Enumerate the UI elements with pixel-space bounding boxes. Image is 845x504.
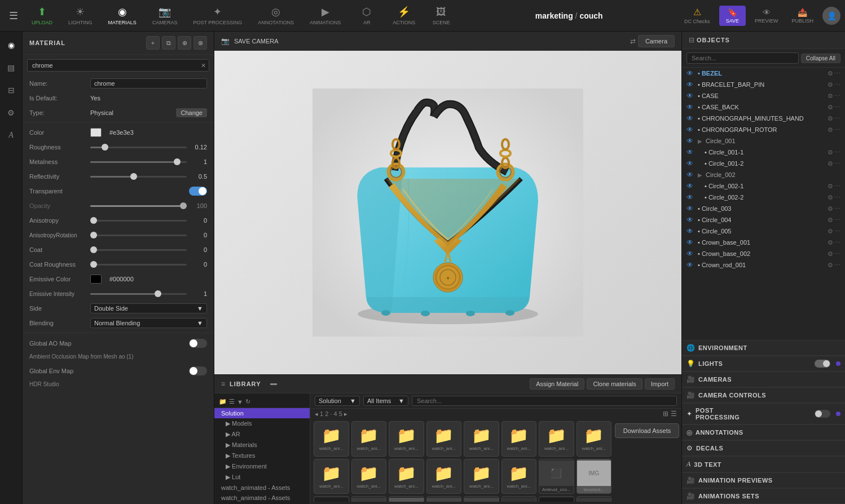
obj-item-crown-rod-001[interactable]: 👁 • Crown_rod_001 ⚙ ⋯ (682, 259, 845, 271)
name-input[interactable] (90, 78, 207, 89)
paste-material-button[interactable]: ⊗ (193, 36, 207, 50)
nav-materials[interactable]: ◉ MATERIALS (102, 2, 143, 29)
obj-more-icon[interactable]: ⋯ (834, 216, 840, 224)
transparent-toggle[interactable] (189, 187, 207, 196)
publish-button[interactable]: 📤 PUBLISH (787, 6, 818, 26)
anisotropy-thumb[interactable] (90, 217, 97, 224)
grid-item-7[interactable]: 📁watch_ani... (539, 421, 574, 457)
obj-item-circle001-1[interactable]: 👁 • Circle_001-1 ⚙ ⋯ (682, 147, 845, 158)
icon-bar-text[interactable]: A (2, 126, 20, 144)
obj-item-circle003[interactable]: 👁 • Circle_003 ⚙ ⋯ (682, 203, 845, 214)
obj-item-bracelet[interactable]: 👁 • BRACELET_BAR_PIN ⚙ ⋯ (682, 79, 845, 90)
obj-more-icon[interactable]: ⋯ (834, 104, 840, 111)
nav-scene[interactable]: 🖼 SCENE (424, 3, 458, 29)
assign-material-button[interactable]: Assign Material (530, 378, 584, 390)
tree-item-solution[interactable]: Solution (214, 408, 310, 418)
reflectivity-thumb[interactable] (130, 173, 137, 180)
nav-upload[interactable]: ⬆ UPLOAD (25, 2, 59, 29)
refresh-icon[interactable]: ↻ (245, 398, 250, 405)
obj-item-bezel[interactable]: 👁 • BEZEL ⚙ ⋯ (682, 68, 845, 79)
obj-more-icon[interactable]: ⋯ (834, 81, 840, 89)
grid-item-15[interactable]: ⬛ Antirust_cco... (539, 459, 574, 494)
save-button[interactable]: 🔖 SAVE (719, 6, 746, 26)
obj-more-icon[interactable]: ⋯ (834, 183, 840, 190)
obj-item-circle005[interactable]: 👁 • Circle_005 ⚙ ⋯ (682, 226, 845, 237)
grid-item-11[interactable]: 📁watch_ani... (389, 459, 424, 494)
obj-more-icon[interactable]: ⋯ (834, 70, 840, 77)
list-view-button[interactable]: ☰ (671, 410, 677, 418)
obj-item-circle004[interactable]: 👁 • Circle_004 ⚙ ⋯ (682, 214, 845, 226)
menu-button[interactable]: ☰ (5, 5, 23, 26)
section-cameras[interactable]: 🎥 CAMERAS (682, 372, 845, 387)
nav-annotations[interactable]: ◎ ANNOTATIONS (251, 2, 301, 29)
nav-post-processing[interactable]: ✦ POST PROCESSING (186, 2, 249, 29)
icon-bar-stack[interactable]: ⊟ (2, 81, 20, 99)
nav-ar[interactable]: ⬡ AR (350, 2, 384, 29)
camera-dropdown-button[interactable]: Camera (638, 35, 675, 47)
obj-more-icon[interactable]: ⋯ (834, 115, 840, 122)
icon-bar-settings[interactable]: ⚙ (2, 104, 20, 122)
metalness-thumb[interactable] (174, 158, 181, 165)
obj-more-icon[interactable]: ⋯ (834, 262, 840, 269)
obj-settings-icon[interactable]: ⚙ (828, 126, 833, 134)
viewport-canvas[interactable]: ✦ (214, 51, 681, 374)
duplicate-material-button[interactable]: ⧉ (162, 36, 175, 50)
coat-thumb[interactable] (90, 246, 97, 253)
grid-item-8[interactable]: 📁watch_ani... (576, 421, 612, 457)
tree-item-ar[interactable]: ▶ AR (214, 429, 310, 440)
obj-settings-icon[interactable]: ⚙ (828, 205, 833, 213)
obj-item-circle001[interactable]: 👁 ▶ Circle_001 (682, 135, 845, 147)
obj-more-icon[interactable]: ⋯ (834, 92, 840, 100)
obj-item-circle002-1[interactable]: 👁 • Circle_002-1 ⚙ ⋯ (682, 180, 845, 192)
obj-item-case[interactable]: 👁 • CASE ⚙ ⋯ (682, 90, 845, 101)
obj-settings-icon[interactable]: ⚙ (828, 115, 833, 122)
tree-item-models[interactable]: ▶ Models (214, 418, 310, 429)
obj-item-crown-base-001[interactable]: 👁 • Crown_base_001 ⚙ ⋯ (682, 237, 845, 248)
grid-item-12[interactable]: 📁watch_ani... (426, 459, 462, 494)
clone-materials-button[interactable]: Clone materials (587, 378, 642, 390)
grid-item-9[interactable]: 📁watch_ani... (314, 459, 349, 494)
copy-material-button[interactable]: ⊕ (178, 36, 191, 50)
all-items-select[interactable]: All Items▼ (363, 396, 408, 406)
global-env-map-toggle[interactable] (189, 366, 207, 375)
obj-more-icon[interactable]: ⋯ (834, 194, 840, 201)
obj-settings-icon[interactable]: ⚙ (828, 194, 833, 201)
minimize-icon[interactable] (270, 383, 277, 385)
tree-item-textures[interactable]: ▶ Textures (214, 450, 310, 461)
grid-item-18[interactable]: Brushed_st... (351, 496, 387, 502)
preview-button[interactable]: 👁 PREVIEW (750, 6, 783, 26)
obj-more-icon[interactable]: ⋯ (834, 160, 840, 167)
obj-item-case-back[interactable]: 👁 • CASE_BACK ⚙ ⋯ (682, 101, 845, 113)
import-button[interactable]: Import (645, 378, 675, 390)
grid-item-24[interactable]: decar... (576, 496, 612, 502)
grid-item-19[interactable]: chrome... (389, 496, 424, 502)
anisotropy-rotation-thumb[interactable] (90, 232, 97, 238)
icon-bar-layers[interactable]: ▤ (2, 59, 20, 77)
nav-animations[interactable]: ▶ ANIMATIONS (303, 2, 347, 29)
folder-icon[interactable]: 📁 (219, 398, 227, 405)
obj-settings-icon[interactable]: ⚙ (828, 70, 833, 77)
lights-toggle[interactable] (815, 360, 830, 368)
obj-item-circle002[interactable]: 👁 ▶ Circle_002 (682, 169, 845, 180)
obj-settings-icon[interactable]: ⚙ (828, 92, 833, 100)
obj-item-crown-base-002[interactable]: 👁 • Crown_base_002 ⚙ ⋯ (682, 248, 845, 259)
objects-search-input[interactable] (686, 52, 799, 64)
grid-item-5[interactable]: 📁watch_ani... (464, 421, 499, 457)
add-material-button[interactable]: + (146, 36, 160, 50)
obj-item-chrono-rotor[interactable]: 👁 • CHRONOGRAPH_ROTOR ⚙ ⋯ (682, 124, 845, 135)
grid-item-21[interactable]: chrome-cro... (464, 496, 499, 502)
grid-item-22[interactable]: chrome_bla... (501, 496, 537, 502)
color-swatch[interactable] (90, 128, 102, 137)
grid-item-17[interactable]: brushed_bl... (314, 496, 349, 502)
section-3d-text[interactable]: A 3D TEXT (682, 456, 845, 472)
obj-settings-icon[interactable]: ⚙ (828, 149, 833, 156)
icon-bar-face[interactable]: ◉ (2, 36, 20, 54)
dc-checks-button[interactable]: ⚠ DC Checks (680, 5, 715, 26)
obj-settings-icon[interactable]: ⚙ (828, 239, 833, 246)
grid-view-button[interactable]: ⊞ (663, 410, 668, 418)
user-avatar[interactable]: 👤 (822, 7, 840, 25)
side-select[interactable]: Double Side ▼ (90, 303, 207, 313)
grid-item-6[interactable]: 📁watch_ani... (501, 421, 537, 457)
emissive-intensity-thumb[interactable] (155, 290, 161, 297)
section-camera-controls[interactable]: 🎥 CAMERA CONTROLS (682, 387, 845, 403)
